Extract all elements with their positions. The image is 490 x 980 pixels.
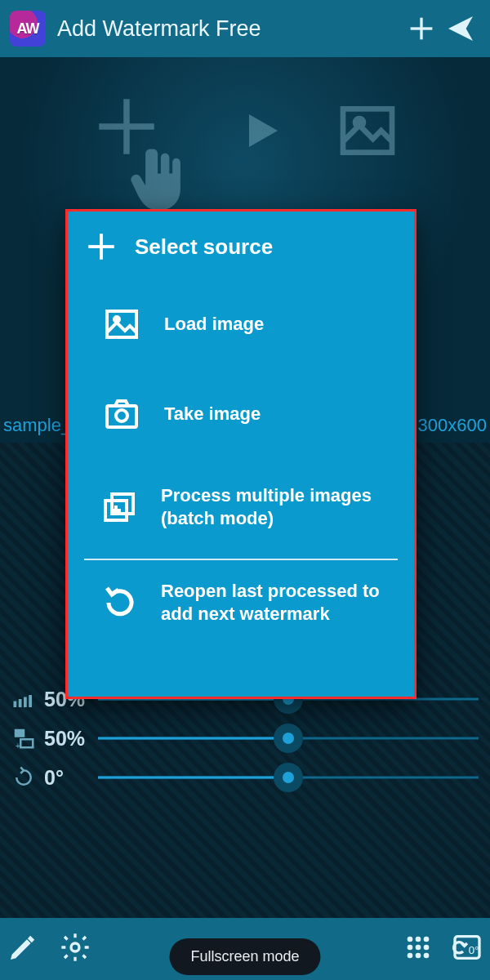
fullscreen-toast: Fullscreen mode xyxy=(169,938,320,975)
plus-icon xyxy=(84,229,118,264)
svg-rect-10 xyxy=(15,729,25,737)
svg-point-18 xyxy=(416,945,421,951)
svg-point-17 xyxy=(408,945,413,951)
camera-icon xyxy=(100,394,143,434)
svg-rect-9 xyxy=(29,695,32,707)
svg-point-16 xyxy=(424,937,430,942)
send-button[interactable] xyxy=(441,9,480,48)
svg-point-19 xyxy=(424,945,430,951)
option-batch-mode-label: Process multiple images (batch mode) xyxy=(161,484,398,529)
svg-point-5 xyxy=(355,118,363,127)
svg-point-21 xyxy=(416,953,421,959)
svg-point-20 xyxy=(408,953,413,959)
angle-row: 0° xyxy=(11,758,479,797)
svg-text:0°: 0° xyxy=(469,944,479,956)
dialog-title: Select source xyxy=(135,234,273,260)
size-icon: + xyxy=(11,726,44,751)
add-button[interactable] xyxy=(402,9,441,48)
svg-point-15 xyxy=(416,937,421,942)
opacity-icon xyxy=(11,687,44,711)
svg-rect-8 xyxy=(24,697,27,708)
angle-icon xyxy=(11,765,44,790)
svg-point-30 xyxy=(116,410,127,421)
hint-image-icon xyxy=(335,90,400,167)
svg-rect-27 xyxy=(107,311,136,337)
dialog-header: Select source xyxy=(84,229,398,264)
option-batch-mode[interactable]: Process multiple images (batch mode) xyxy=(84,479,398,534)
svg-rect-6 xyxy=(14,702,17,708)
angle-slider[interactable] xyxy=(98,768,479,787)
app-logo-icon: AW xyxy=(10,11,46,47)
option-reopen-last-label: Reopen last processed to add next waterm… xyxy=(161,580,398,625)
settings-button[interactable] xyxy=(59,931,91,967)
option-take-image[interactable]: Take image xyxy=(84,390,398,439)
app-bar: AW Add Watermark Free xyxy=(0,0,490,57)
grid-button[interactable] xyxy=(402,931,434,967)
hint-add-icon xyxy=(90,90,188,220)
dimensions-text: 300x600 xyxy=(418,415,487,436)
hint-play-icon xyxy=(237,90,286,158)
size-row: + 50% xyxy=(11,719,479,758)
angle-value: 0° xyxy=(44,766,98,790)
edit-button[interactable] xyxy=(7,931,39,967)
option-reopen-last[interactable]: Reopen last processed to add next waterm… xyxy=(84,575,398,630)
svg-point-22 xyxy=(424,953,430,959)
size-slider[interactable] xyxy=(98,728,479,748)
select-source-dialog: Select source Load image Take image Proc… xyxy=(65,209,416,699)
dialog-separator xyxy=(84,559,398,560)
svg-point-14 xyxy=(408,937,413,942)
image-icon xyxy=(100,305,143,344)
svg-text:+: + xyxy=(16,742,20,751)
app-title: Add Watermark Free xyxy=(57,16,402,42)
option-load-image[interactable]: Load image xyxy=(84,300,398,349)
option-load-image-label: Load image xyxy=(164,313,264,336)
batch-icon xyxy=(100,488,140,527)
svg-rect-7 xyxy=(19,699,22,707)
svg-rect-11 xyxy=(20,739,33,747)
rotate-button[interactable]: 0° xyxy=(451,931,483,967)
filename-text: sample_ xyxy=(3,415,71,436)
reopen-icon xyxy=(100,583,140,622)
svg-point-13 xyxy=(71,943,79,951)
option-take-image-label: Take image xyxy=(164,403,261,425)
size-value: 50% xyxy=(44,727,98,751)
svg-point-28 xyxy=(114,317,119,322)
